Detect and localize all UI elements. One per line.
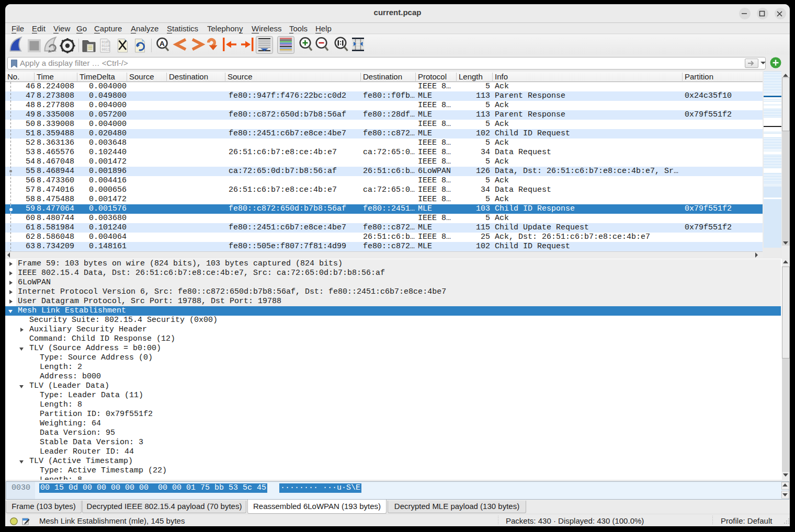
svg-text:0110: 0110 — [102, 44, 110, 48]
svg-text:0011: 0011 — [102, 48, 110, 52]
svg-text:A: A — [160, 40, 165, 48]
svg-text:0101: 0101 — [102, 41, 110, 44]
